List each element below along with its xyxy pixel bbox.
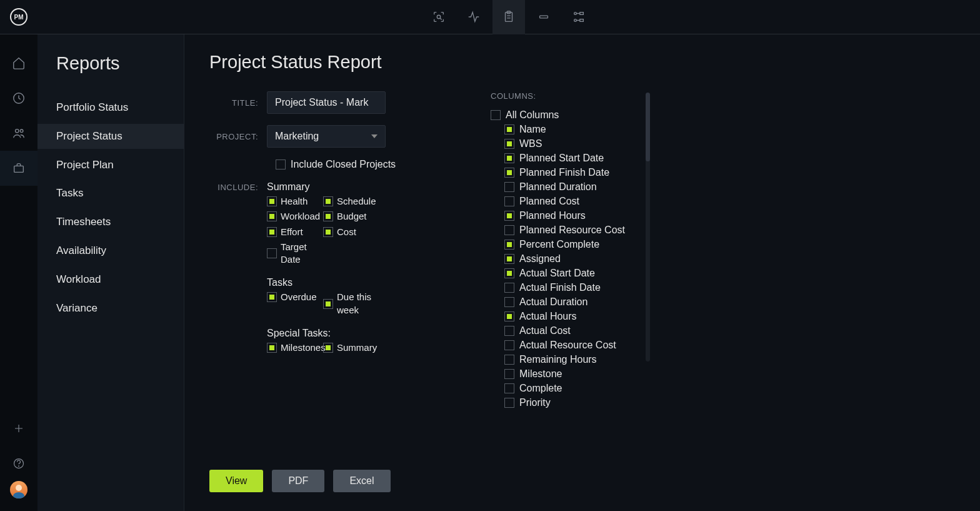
column-label: Actual Start Date [519,268,595,279]
svg-point-11 [16,129,19,133]
column-label: Actual Duration [519,296,588,308]
include-closed-checkbox[interactable] [276,159,286,169]
column-checkbox[interactable] [504,211,514,221]
column-checkbox[interactable] [504,297,514,307]
chevron-down-icon [371,134,378,138]
activity-icon[interactable] [458,0,490,34]
clock-icon[interactable] [0,81,38,116]
include-checkbox[interactable] [323,299,333,309]
column-checkbox[interactable] [504,383,514,393]
plus-icon[interactable] [0,411,38,446]
column-checkbox[interactable] [504,196,514,206]
include-checkbox[interactable] [267,248,277,258]
scrollbar-thumb[interactable] [646,93,650,161]
all-columns-checkbox[interactable] [491,110,501,120]
include-checkbox[interactable] [267,343,277,353]
title-input[interactable] [267,91,386,114]
avatar[interactable] [10,481,28,498]
column-checkbox[interactable] [504,283,514,293]
column-label: Percent Complete [519,239,599,250]
svg-rect-13 [14,166,24,172]
column-label: Actual Hours [519,311,577,322]
app-logo[interactable]: PM [0,8,38,26]
pdf-button[interactable]: PDF [272,470,324,492]
briefcase-icon[interactable] [0,151,38,186]
column-label: Actual Cost [519,325,571,336]
columns-label: COLUMNS: [491,91,650,101]
view-button[interactable]: View [209,470,263,492]
top-center-icons [38,0,980,34]
sidebar-item-timesheets[interactable]: Timesheets [38,210,184,235]
include-label: INCLUDE: [209,181,267,192]
scrollbar-track[interactable] [646,93,650,362]
column-checkbox[interactable] [504,139,514,149]
column-checkbox[interactable] [504,168,514,178]
sidebar-item-project-status[interactable]: Project Status [38,124,184,149]
svg-text:PM: PM [14,14,24,21]
sidebar-item-availability[interactable]: Availability [38,238,184,263]
column-checkbox[interactable] [504,225,514,235]
include-heading: Tasks [267,277,379,288]
column-checkbox[interactable] [504,268,514,278]
sidebar-item-portfolio-status[interactable]: Portfolio Status [38,95,184,120]
include-item-label: Budget [337,210,367,223]
include-checkbox[interactable] [323,343,333,353]
reports-sidebar: Reports Portfolio StatusProject StatusPr… [38,34,184,511]
include-checkbox[interactable] [323,227,333,237]
sidebar-title: Reports [38,53,184,74]
svg-point-6 [574,13,577,15]
include-checkbox[interactable] [323,211,333,221]
column-checkbox[interactable] [504,182,514,192]
sidebar-item-variance[interactable]: Variance [38,296,184,321]
column-checkbox[interactable] [504,340,514,350]
column-label: Planned Resource Cost [519,225,625,236]
clipboard-icon[interactable] [492,0,525,34]
svg-point-15 [19,466,19,467]
column-checkbox[interactable] [504,398,514,408]
inspect-icon[interactable] [422,0,455,34]
include-checkbox[interactable] [323,196,333,206]
column-checkbox[interactable] [504,326,514,336]
action-buttons: View PDF Excel [209,470,391,492]
include-checkbox[interactable] [267,211,277,221]
svg-rect-5 [540,16,548,18]
include-checkbox[interactable] [267,227,277,237]
page-title: Project Status Report [209,52,955,73]
project-select[interactable]: Marketing [267,125,386,148]
users-icon[interactable] [0,116,38,151]
column-checkbox[interactable] [504,355,514,365]
column-label: Planned Hours [519,210,586,221]
home-icon[interactable] [0,46,38,81]
help-icon[interactable] [0,446,38,481]
column-checkbox[interactable] [504,240,514,250]
sidebar-item-workload[interactable]: Workload [38,267,184,292]
include-item-label: Overdue [281,291,317,303]
svg-rect-8 [580,13,584,15]
flow-icon[interactable] [562,0,595,34]
excel-button[interactable]: Excel [333,470,390,492]
include-closed-label: Include Closed Projects [291,159,396,170]
column-label: Priority [519,397,551,408]
include-heading: Summary [267,181,379,193]
include-item-label: Workload [281,210,320,223]
sidebar-item-tasks[interactable]: Tasks [38,181,184,206]
left-nav [0,34,38,511]
column-checkbox[interactable] [504,124,514,134]
column-checkbox[interactable] [504,153,514,163]
column-checkbox[interactable] [504,369,514,379]
column-label: Actual Finish Date [519,282,601,293]
minus-icon[interactable] [528,0,560,34]
include-item-label: Target Date [281,241,323,266]
column-label: WBS [519,138,542,149]
column-checkbox[interactable] [504,311,514,321]
column-checkbox[interactable] [504,254,514,264]
include-checkbox[interactable] [267,196,277,206]
column-label: Remaining Hours [519,354,597,365]
include-item-label: Schedule [337,195,376,208]
include-item-label: Effort [281,226,303,238]
sidebar-item-project-plan[interactable]: Project Plan [38,153,184,178]
include-item-label: Cost [337,226,356,238]
include-checkbox[interactable] [267,292,277,302]
column-label: Assigned [519,253,561,265]
include-heading: Special Tasks: [267,328,379,339]
